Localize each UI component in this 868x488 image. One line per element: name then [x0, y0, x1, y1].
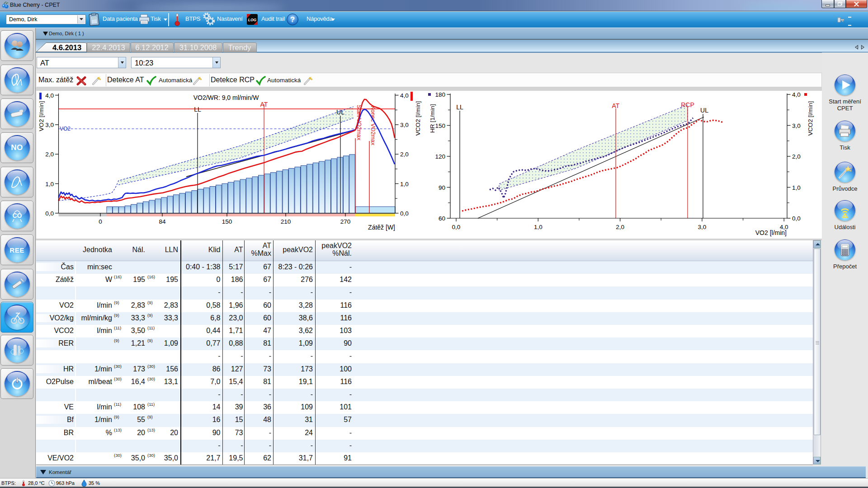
svg-text:6.12.2012: 6.12.2012 — [135, 43, 168, 52]
svg-text:Start VO2max: Start VO2max — [356, 105, 362, 141]
svg-text:VO2: VO2 — [60, 126, 71, 132]
svg-text:4.6.2013: 4.6.2013 — [52, 43, 81, 52]
svg-text:3,0: 3,0 — [45, 122, 54, 128]
svg-text:VCO2 [l/min]: VCO2 [l/min] — [807, 101, 814, 136]
svg-text:0: 0 — [99, 218, 102, 225]
svg-text:VO2 [l/min]: VO2 [l/min] — [755, 229, 787, 236]
svg-text:150: 150 — [222, 218, 232, 225]
svg-text:3,0: 3,0 — [698, 224, 707, 230]
svg-text:4,0: 4,0 — [400, 92, 409, 99]
svg-text:AT: AT — [612, 102, 620, 109]
svg-text:UL: UL — [700, 107, 708, 114]
svg-text:90: 90 — [439, 184, 445, 191]
svg-text:AT: AT — [260, 101, 268, 108]
svg-text:2,0: 2,0 — [45, 151, 54, 158]
svg-text:0,0: 0,0 — [400, 210, 409, 217]
svg-text:0,0: 0,0 — [45, 210, 54, 217]
svg-text:UL: UL — [336, 108, 344, 116]
svg-text:Konec VO2max: Konec VO2max — [370, 106, 376, 145]
svg-text:RCP: RCP — [681, 101, 694, 108]
svg-text:VO2/WR: 9,0 ml/min/W: VO2/WR: 9,0 ml/min/W — [193, 94, 259, 101]
svg-text:84: 84 — [159, 218, 166, 225]
svg-text:LL: LL — [194, 106, 201, 113]
svg-text:2,0: 2,0 — [792, 153, 801, 160]
svg-text:2,0: 2,0 — [400, 151, 409, 158]
svg-text:210: 210 — [281, 218, 291, 225]
svg-text:0,0: 0,0 — [792, 215, 801, 222]
svg-text:22.4.2013: 22.4.2013 — [92, 43, 125, 52]
svg-text:1,0: 1,0 — [792, 184, 801, 191]
svg-text:180: 180 — [435, 91, 445, 98]
svg-text:3,0: 3,0 — [792, 122, 801, 129]
svg-text:LL: LL — [456, 103, 463, 111]
svg-text:4,0: 4,0 — [792, 91, 801, 98]
svg-text:VO2 [l/min]: VO2 [l/min] — [38, 101, 45, 131]
svg-text:150: 150 — [435, 122, 445, 129]
svg-text:2,0: 2,0 — [616, 224, 624, 230]
svg-text:Trendy: Trendy — [228, 43, 251, 52]
svg-text:270: 270 — [340, 218, 351, 225]
svg-text:60: 60 — [439, 215, 445, 222]
svg-text:1,0: 1,0 — [45, 181, 54, 188]
svg-text:LOG: LOG — [248, 18, 257, 22]
svg-text:0,0: 0,0 — [452, 224, 461, 230]
svg-text:1,0: 1,0 — [400, 181, 409, 188]
svg-text:Zátěž [W]: Zátěž [W] — [368, 224, 395, 231]
svg-text:31.10.2008: 31.10.2008 — [179, 43, 217, 52]
svg-text:VCO2 [l/min]: VCO2 [l/min] — [415, 101, 421, 136]
svg-text:3,0: 3,0 — [400, 122, 409, 128]
svg-text:4,0: 4,0 — [45, 92, 54, 99]
svg-text:120: 120 — [435, 153, 445, 160]
svg-text:1,0: 1,0 — [534, 224, 542, 230]
svg-text:?: ? — [290, 15, 295, 24]
